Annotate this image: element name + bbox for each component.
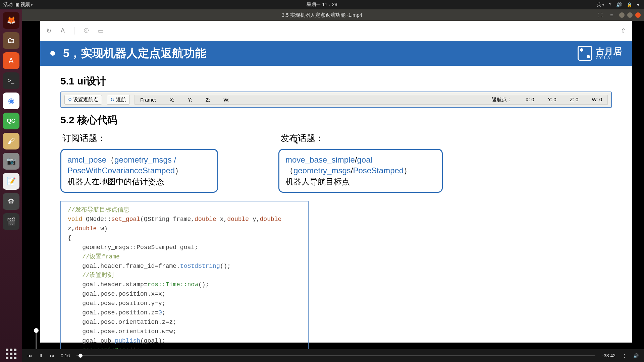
window-maximize-button[interactable]: [627, 12, 633, 18]
volume-slider[interactable]: [36, 329, 37, 349]
video-frame-content: ↻ A ⦾ ▭ ⇧ 5，实现机器人定点返航功能 古月居 GYH.AI 5.1 u…: [40, 21, 632, 343]
brand-logo-subtext: GYH.AI: [596, 56, 622, 60]
link-icon[interactable]: ⦾: [84, 27, 89, 34]
clock[interactable]: 星期一 11：28: [307, 2, 337, 8]
x-label: X:: [170, 97, 174, 103]
bullet-icon: [50, 51, 55, 56]
window-title: 3.5 实现机器人定点返航功能~1.mp4: [282, 12, 362, 18]
launcher-firefox[interactable]: 🦊: [3, 12, 19, 29]
nav-y-value: Y: 0: [548, 97, 556, 103]
code-line: goal.pose.position.x=x;: [68, 290, 301, 299]
help-icon[interactable]: ?: [609, 2, 611, 7]
ime-indicator[interactable]: 英: [597, 2, 604, 8]
frame-label: Frame:: [140, 97, 156, 103]
slide-body: 5.1 ui设计 ⚲设置返航点 ↻返航 Frame: X: Y: Z: W: 返…: [40, 66, 632, 362]
volume-thumb[interactable]: [34, 328, 39, 333]
subscribe-heading: 订阅话题：: [60, 130, 218, 149]
return-button[interactable]: ↻返航: [107, 95, 130, 105]
launcher-qtcreator[interactable]: QC: [3, 113, 19, 129]
separator: [74, 27, 74, 35]
system-top-bar: 活动 ▣ 视频 星期一 11：28 英 ? 🔊 🔒 ▾: [0, 0, 644, 9]
subscribe-column: 订阅话题： amcl_pose（geometry_msgs / PoseWith…: [60, 130, 218, 193]
volume-button-icon[interactable]: 🔊: [633, 353, 639, 358]
subscribe-topic-box: amcl_pose（geometry_msgs / PoseWithCovari…: [60, 149, 218, 193]
volume-icon[interactable]: 🔊: [616, 2, 622, 7]
system-menu[interactable]: ▾: [637, 2, 639, 7]
remaining-time: -33:42: [602, 353, 615, 358]
window-minimize-button[interactable]: [619, 12, 625, 18]
launcher-screenshot[interactable]: 📷: [3, 153, 19, 170]
code-line: goal.pose.orientation.z=z;: [68, 318, 301, 327]
code-line: goal.pose.position.y=y;: [68, 299, 301, 308]
launcher-text-editor[interactable]: 📝: [3, 173, 19, 190]
y-label: Y:: [188, 97, 192, 103]
nav-x-value: X: 0: [525, 97, 534, 103]
readouts-panel: Frame: X: Y: Z: W: 返航点： X: 0 Y: 0 Z: 0 W…: [135, 95, 608, 105]
lock-icon[interactable]: 🔒: [627, 2, 632, 7]
brand-logo-icon: [578, 46, 592, 61]
undo-icon: ↻: [110, 97, 115, 103]
window-title-bar: ‹ 3.5 实现机器人定点返航功能~1.mp4 ⛶ ≡: [0, 9, 644, 21]
skip-forward-button[interactable]: ⏭: [50, 353, 54, 358]
window-close-button[interactable]: [635, 12, 641, 18]
fullscreen-icon[interactable]: ⛶: [596, 11, 604, 19]
pin-icon: ⚲: [68, 97, 72, 103]
activities-button[interactable]: 活动: [3, 2, 13, 8]
code-line: //设置时刻: [68, 271, 301, 280]
heading-5-2: 5.2 核心代码: [60, 111, 612, 130]
reload-icon[interactable]: ↻: [46, 27, 51, 35]
code-line: {: [68, 234, 301, 243]
code-line: goal.header.frame_id=frame.toStdString()…: [68, 262, 301, 271]
set-return-point-button[interactable]: ⚲设置返航点: [64, 95, 102, 105]
launcher-paint[interactable]: 🖌: [3, 133, 19, 149]
ui-design-bar: ⚲设置返航点 ↻返航 Frame: X: Y: Z: W: 返航点： X: 0 …: [60, 92, 612, 108]
nav-w-value: W: 0: [592, 97, 602, 103]
hamburger-menu-icon[interactable]: ≡: [608, 11, 615, 19]
code-line: goal.header.stamp=ros::Time::now();: [68, 280, 301, 290]
video-icon: ▣: [15, 2, 19, 7]
brand-logo: 古月居 GYH.AI: [578, 46, 622, 61]
skip-back-button[interactable]: ⏮: [28, 353, 32, 358]
launcher-terminal[interactable]: >_: [3, 72, 19, 89]
launcher-settings[interactable]: ⚙: [3, 193, 19, 210]
app-menu[interactable]: ▣ 视频: [15, 2, 33, 8]
code-line: goal.pose.position.z=0;: [68, 308, 301, 318]
publish-heading: 发布话题：: [278, 130, 443, 149]
brand-logo-text: 古月居: [596, 47, 622, 56]
z-label: Z:: [206, 97, 210, 103]
share-icon[interactable]: ⇧: [621, 27, 626, 35]
heading-5-1: 5.1 ui设计: [60, 71, 612, 92]
launcher-apps-button[interactable]: [0, 346, 22, 362]
slide-banner: 5，实现机器人定点返航功能 古月居 GYH.AI: [40, 41, 632, 66]
code-line: goal_pub.publish(goal);: [68, 337, 301, 346]
nav-z-value: Z: 0: [570, 97, 579, 103]
code-line: //设置frame: [68, 252, 301, 262]
launcher-chrome[interactable]: ◉: [3, 93, 19, 109]
code-box: //发布导航目标点信息 void QNode::set_goal(QString…: [60, 201, 309, 360]
font-icon[interactable]: A: [61, 27, 65, 34]
launcher-files[interactable]: 🗂: [3, 32, 19, 49]
nav-point-label: 返航点：: [492, 97, 512, 103]
w-label: W:: [223, 97, 229, 103]
player-controls: ⏮ ⏸ ⏭ 0:16 -33:42 ⋮ 🔊: [22, 349, 644, 362]
video-player: ↻ A ⦾ ▭ ⇧ 5，实现机器人定点返航功能 古月居 GYH.AI 5.1 u…: [22, 21, 644, 362]
audio-menu-icon[interactable]: ⋮: [622, 353, 627, 358]
cursor-icon: ⬉: [294, 139, 298, 145]
code-line: void QNode::set_goal(QString frame,doubl…: [68, 215, 301, 234]
launcher-video[interactable]: 🎬: [3, 213, 19, 230]
code-line: goal.pose.orientation.w=w;: [68, 327, 301, 337]
code-line: geometry_msgs::PoseStamped goal;: [68, 243, 301, 252]
publish-topic-box: move_base_simple/goal （geometry_msgs/Pos…: [278, 149, 443, 193]
progress-bar[interactable]: [76, 355, 595, 356]
play-pause-button[interactable]: ⏸: [39, 353, 43, 358]
code-line: //发布导航目标点信息: [68, 205, 301, 215]
publish-column: 发布话题： move_base_simple/goal （geometry_ms…: [278, 130, 443, 193]
slide-title: 5，实现机器人定点返航功能: [63, 46, 206, 61]
launcher-dock: 🦊 🗂 A >_ ◉ QC 🖌 📷 📝 ⚙ 🎬: [0, 9, 22, 362]
progress-thumb[interactable]: [78, 354, 83, 358]
elapsed-time: 0:16: [61, 353, 70, 358]
content-toolbar: ↻ A ⦾ ▭ ⇧: [40, 21, 632, 41]
view-icon[interactable]: ▭: [98, 27, 104, 35]
launcher-software[interactable]: A: [3, 52, 19, 69]
